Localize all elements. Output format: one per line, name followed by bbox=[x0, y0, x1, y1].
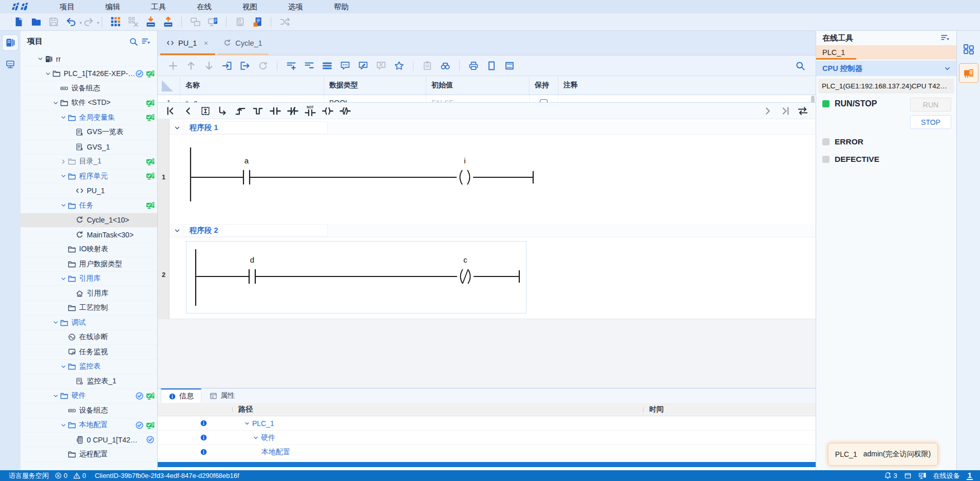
paste-special-button[interactable] bbox=[420, 59, 435, 72]
panel-tab-properties[interactable]: 属性 bbox=[202, 388, 242, 403]
error-counter[interactable]: 0 bbox=[54, 472, 67, 479]
coil-button[interactable] bbox=[320, 104, 335, 118]
export-button[interactable] bbox=[238, 59, 252, 72]
col-name[interactable]: 名称 bbox=[180, 76, 324, 95]
app-grid-button[interactable] bbox=[108, 15, 123, 29]
var-init-cell[interactable]: FALSE bbox=[426, 95, 530, 103]
stop-button[interactable]: STOP bbox=[910, 115, 951, 129]
open-folder-button[interactable] bbox=[29, 15, 43, 29]
add-button[interactable] bbox=[166, 59, 180, 72]
col-time[interactable]: 时间 bbox=[643, 405, 664, 414]
insert-box-button[interactable] bbox=[198, 104, 213, 118]
contact-not-button[interactable]: NOT bbox=[303, 104, 318, 118]
network-2-header[interactable]: 程序段 2 bbox=[169, 224, 816, 237]
go-last-button[interactable] bbox=[778, 104, 793, 118]
comment-edit-button[interactable] bbox=[356, 59, 370, 72]
grid-x-button[interactable] bbox=[126, 15, 140, 29]
rail-online-plc-button[interactable] bbox=[959, 64, 978, 82]
tree-item-io-map[interactable]: IO映射表 bbox=[21, 243, 157, 257]
tree-item-dir-1[interactable]: 目录_1 bbox=[21, 155, 157, 170]
tree-item-device-config-hw[interactable]: 设备组态 bbox=[21, 403, 157, 418]
cpu-controller-section[interactable]: CPU 控制器 bbox=[816, 61, 956, 76]
new-file-button[interactable] bbox=[11, 15, 26, 29]
find-monitor-button[interactable] bbox=[438, 59, 453, 72]
var-type-cell[interactable]: BOOL bbox=[324, 95, 426, 103]
go-first-button[interactable] bbox=[163, 104, 178, 118]
tree-item-pu-1[interactable]: PU_1 bbox=[21, 184, 157, 199]
tree-item-user-data-types[interactable]: 用户数据类型 bbox=[21, 257, 157, 272]
menu-项目[interactable]: 项目 bbox=[44, 0, 90, 13]
coil-negated-button[interactable] bbox=[337, 104, 353, 118]
contact-nc-button[interactable] bbox=[285, 104, 300, 118]
variable-table-scrollbar[interactable] bbox=[811, 96, 815, 103]
tree-item-task-monitor[interactable]: 任务监视 bbox=[21, 345, 157, 360]
project-filter-button[interactable] bbox=[140, 35, 152, 48]
page-margins-button[interactable] bbox=[502, 59, 517, 72]
col-comment[interactable]: 注释 bbox=[558, 76, 816, 95]
network-1-header[interactable]: 程序段 1 bbox=[169, 121, 816, 135]
upload-plc-button[interactable] bbox=[161, 15, 175, 29]
comment-delete-button[interactable] bbox=[374, 59, 388, 72]
chevron-down-icon[interactable] bbox=[174, 124, 181, 132]
tree-expand-toggle[interactable] bbox=[59, 114, 67, 121]
online-device-icon[interactable] bbox=[918, 472, 927, 480]
tree-item-cpu-module[interactable]: 0 CPU_1[T42… bbox=[21, 433, 157, 448]
tree-expand-toggle[interactable] bbox=[44, 70, 52, 77]
move-down-button[interactable] bbox=[202, 59, 216, 72]
falling-edge-button[interactable] bbox=[250, 104, 266, 118]
tree-item-watch-table-1[interactable]: 监控表_1 bbox=[21, 374, 157, 389]
var-name-cell[interactable]: a bbox=[180, 95, 324, 103]
tree-item-local-config[interactable]: 本地配置 bbox=[21, 418, 157, 433]
rising-edge-button[interactable] bbox=[233, 104, 248, 118]
tree-expand-toggle[interactable] bbox=[51, 393, 60, 399]
download-plc-button[interactable] bbox=[143, 15, 158, 29]
tree-item-remote-config[interactable]: 远程配置 bbox=[21, 448, 157, 462]
notification-bell[interactable]: 3 bbox=[884, 472, 897, 479]
branch-down-button[interactable] bbox=[215, 104, 231, 118]
chevron-down-icon[interactable] bbox=[253, 435, 259, 441]
rail-network-view-button[interactable] bbox=[3, 57, 18, 72]
message-row-plc-1[interactable]: PLC_1 bbox=[158, 416, 816, 431]
comment-button[interactable] bbox=[338, 59, 352, 72]
io-device-button[interactable] bbox=[250, 15, 265, 29]
col-datatype[interactable]: 数据类型 bbox=[324, 76, 426, 95]
insert-network-button[interactable] bbox=[284, 59, 298, 72]
network-number[interactable]: 1 bbox=[158, 173, 169, 181]
tree-expand-toggle[interactable] bbox=[59, 275, 67, 282]
close-tab-icon[interactable] bbox=[203, 40, 209, 46]
editor-tab-pu-1[interactable]: PU_1 bbox=[159, 31, 216, 55]
tree-item-gvs-list[interactable]: GVS一览表 bbox=[21, 125, 157, 140]
delete-network-button[interactable] bbox=[302, 59, 316, 72]
var-retain-cell[interactable] bbox=[530, 95, 558, 103]
panel-tab-info[interactable]: 信息 bbox=[161, 388, 201, 403]
tree-item-ref-lib[interactable]: 引用库 bbox=[21, 272, 157, 287]
project-search-button[interactable] bbox=[127, 35, 140, 48]
tree-item-tasks[interactable]: 任务 bbox=[21, 198, 157, 213]
page-portrait-button[interactable] bbox=[484, 59, 499, 72]
tree-item-debug[interactable]: 调试 bbox=[21, 316, 157, 330]
go-prev-button[interactable] bbox=[180, 104, 196, 118]
cpu-device-box[interactable]: PLC_1(GE1:192.168.137.24)CPU T42… bbox=[818, 79, 954, 94]
tree-item-software-std[interactable]: 软件 <STD> bbox=[21, 96, 157, 111]
redo-button[interactable]: ▾ bbox=[81, 15, 96, 29]
network-2-rung[interactable]: dc bbox=[186, 241, 526, 313]
move-up-button[interactable] bbox=[184, 59, 198, 72]
refresh-button[interactable] bbox=[256, 59, 270, 72]
network-number[interactable]: 2 bbox=[158, 271, 169, 279]
tree-expand-toggle[interactable] bbox=[36, 55, 44, 62]
col-retain[interactable]: 保持 bbox=[530, 76, 558, 95]
editor-tab-cycle-1[interactable]: Cycle_1 bbox=[216, 31, 269, 55]
tree-expand-toggle[interactable] bbox=[59, 422, 67, 429]
menu-工具[interactable]: 工具 bbox=[136, 0, 181, 13]
rail-panel-grid-button[interactable] bbox=[959, 40, 978, 59]
online-tools-filter-button[interactable] bbox=[939, 32, 951, 44]
tree-item-online-diagnosis[interactable]: 在线诊断 bbox=[21, 330, 157, 345]
list-view-button[interactable] bbox=[320, 59, 334, 72]
tree-item-plc-1[interactable]: PLC_1[T426E-XEP-… bbox=[21, 67, 157, 82]
chevron-down-icon[interactable] bbox=[244, 420, 250, 427]
tree-expand-toggle[interactable] bbox=[59, 363, 67, 370]
message-row-local-config[interactable]: 本地配置 bbox=[158, 445, 816, 459]
message-row-hardware[interactable]: 硬件 bbox=[158, 431, 816, 445]
save-button[interactable] bbox=[46, 15, 61, 29]
menu-在线[interactable]: 在线 bbox=[181, 0, 227, 13]
